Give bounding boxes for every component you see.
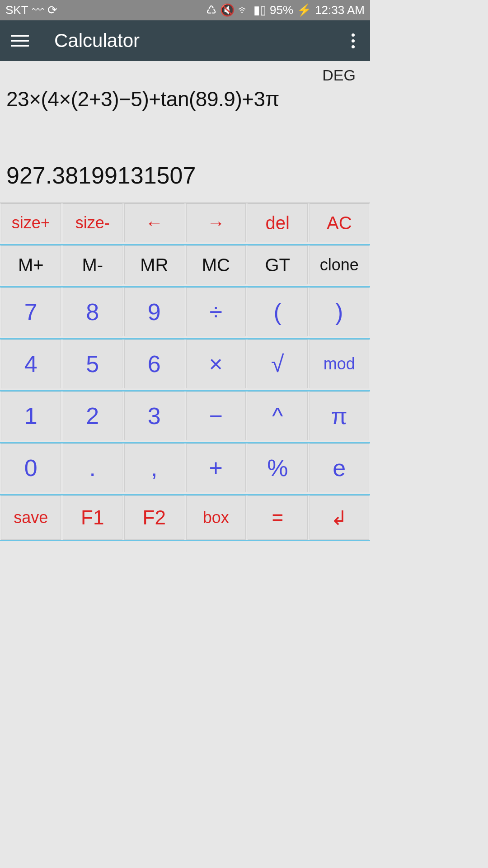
wifi-icon: ᯤ — [238, 3, 250, 17]
status-left: SKT 〰 ⟳ — [5, 3, 57, 17]
clone-button[interactable]: clone — [310, 245, 370, 284]
mem-clear-button[interactable]: MC — [186, 245, 246, 284]
battery-pct: 95% — [270, 3, 293, 17]
row-memory: M+ M- MR MC GT clone — [0, 244, 370, 284]
f2-button[interactable]: F2 — [124, 495, 184, 540]
row-789: 7 8 9 ÷ ( ) — [0, 286, 370, 336]
hamburger-menu-icon[interactable] — [11, 35, 29, 47]
comma-button[interactable]: , — [124, 443, 184, 492]
row-0: 0 . , + % e — [0, 442, 370, 492]
equals-button[interactable]: = — [248, 495, 308, 540]
sqrt-button[interactable]: √ — [248, 340, 308, 388]
carrier-label: SKT — [5, 3, 28, 17]
row-456: 4 5 6 × √ mod — [0, 338, 370, 388]
app-bar: Calculator — [0, 20, 370, 61]
digit-0-button[interactable]: 0 — [1, 443, 61, 492]
rparen-button[interactable]: ) — [310, 288, 370, 336]
result-display: 927.38199131507 — [5, 159, 365, 194]
row-123: 1 2 3 − ^ π — [0, 390, 370, 440]
row-function: save F1 F2 box = ↲ — [0, 494, 370, 541]
plus-button[interactable]: + — [186, 443, 246, 492]
digit-4-button[interactable]: 4 — [1, 340, 61, 388]
save-button[interactable]: save — [1, 495, 61, 540]
digit-6-button[interactable]: 6 — [124, 340, 184, 388]
digit-8-button[interactable]: 8 — [63, 288, 123, 336]
size-plus-button[interactable]: size+ — [1, 203, 61, 242]
divide-button[interactable]: ÷ — [186, 288, 246, 336]
row-edit: size+ size- ← → del AC — [0, 203, 370, 242]
digit-5-button[interactable]: 5 — [63, 340, 123, 388]
signal-icon: ▮▯ — [253, 3, 266, 17]
pi-button[interactable]: π — [310, 392, 370, 440]
lparen-button[interactable]: ( — [248, 288, 308, 336]
keypad: size+ size- ← → del AC M+ M- MR MC GT cl… — [0, 203, 370, 543]
expression-display[interactable]: 23×(4×(2+3)−5)+tan(89.9)+3π — [5, 87, 365, 114]
digit-2-button[interactable]: 2 — [63, 392, 123, 440]
mem-plus-button[interactable]: M+ — [1, 245, 61, 284]
mod-button[interactable]: mod — [310, 340, 370, 388]
activity-icon: 〰 — [32, 3, 44, 17]
power-button[interactable]: ^ — [248, 392, 308, 440]
digit-1-button[interactable]: 1 — [1, 392, 61, 440]
digit-3-button[interactable]: 3 — [124, 392, 184, 440]
cursor-right-button[interactable]: → — [186, 203, 246, 242]
delete-button[interactable]: del — [248, 203, 308, 242]
minus-button[interactable]: − — [186, 392, 246, 440]
e-button[interactable]: e — [310, 443, 370, 492]
mem-recall-button[interactable]: MR — [124, 245, 184, 284]
box-button[interactable]: box — [186, 495, 246, 540]
silent-icon: 🔇 — [220, 3, 235, 17]
status-bar: SKT 〰 ⟳ ♺ 🔇 ᯤ ▮▯ 95% ⚡ 12:33 AM — [0, 0, 370, 20]
decimal-point-button[interactable]: . — [63, 443, 123, 492]
f1-button[interactable]: F1 — [63, 495, 123, 540]
multiply-button[interactable]: × — [186, 340, 246, 388]
mem-minus-button[interactable]: M- — [63, 245, 123, 284]
clock: 12:33 AM — [315, 3, 365, 17]
percent-button[interactable]: % — [248, 443, 308, 492]
cursor-left-button[interactable]: ← — [124, 203, 184, 242]
sync-off-icon: ⟳ — [47, 3, 57, 17]
angle-mode-label[interactable]: DEG — [5, 66, 365, 84]
battery-charging-icon: ⚡ — [297, 3, 311, 17]
more-vert-icon[interactable] — [347, 29, 359, 53]
digit-9-button[interactable]: 9 — [124, 288, 184, 336]
grand-total-button[interactable]: GT — [248, 245, 308, 284]
recycle-icon: ♺ — [206, 3, 216, 17]
enter-button[interactable]: ↲ — [310, 495, 370, 540]
size-minus-button[interactable]: size- — [63, 203, 123, 242]
display-area: DEG 23×(4×(2+3)−5)+tan(89.9)+3π 927.3819… — [0, 61, 370, 203]
app-title: Calculator — [54, 30, 140, 52]
all-clear-button[interactable]: AC — [310, 203, 370, 242]
status-right: ♺ 🔇 ᯤ ▮▯ 95% ⚡ 12:33 AM — [206, 3, 365, 17]
bottom-filler — [0, 543, 370, 658]
digit-7-button[interactable]: 7 — [1, 288, 61, 336]
